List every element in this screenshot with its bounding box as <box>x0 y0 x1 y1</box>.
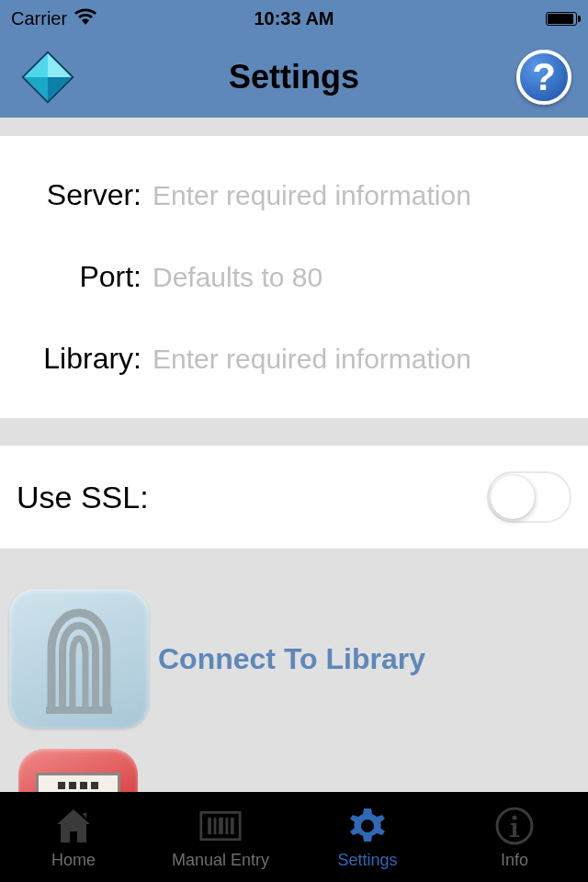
port-label: Port: <box>17 260 141 294</box>
tab-bar: Home Manual Entry Settings <box>0 792 588 882</box>
tab-home-label: Home <box>51 851 96 870</box>
barcode-app-icon[interactable] <box>18 749 138 795</box>
home-icon <box>52 805 95 847</box>
svg-point-14 <box>513 815 517 820</box>
info-icon <box>493 805 536 847</box>
tab-info[interactable]: Info <box>441 792 588 882</box>
ssl-toggle[interactable] <box>487 471 571 523</box>
server-config-section: Server: Port: Library: <box>0 136 588 418</box>
clock-label: 10:33 AM <box>254 8 334 29</box>
ssl-section: Use SSL: <box>0 446 588 548</box>
gear-icon <box>346 805 389 847</box>
status-bar: Carrier 10:33 AM <box>0 0 588 37</box>
svg-rect-6 <box>46 707 112 714</box>
app-logo-icon <box>17 46 79 108</box>
wifi-icon <box>74 8 96 29</box>
server-input[interactable] <box>153 180 571 211</box>
help-button[interactable]: ? <box>516 50 571 105</box>
connect-label: Connect To Library <box>158 642 425 676</box>
carrier-label: Carrier <box>11 8 67 29</box>
svg-rect-11 <box>226 817 229 833</box>
library-input[interactable] <box>153 344 571 375</box>
tab-manual-label: Manual Entry <box>172 851 269 870</box>
tab-settings-label: Settings <box>337 851 397 870</box>
ssl-label: Use SSL: <box>17 480 149 515</box>
battery-icon <box>546 12 577 26</box>
tab-manual-entry[interactable]: Manual Entry <box>147 792 294 882</box>
tab-home[interactable]: Home <box>0 792 147 882</box>
svg-marker-5 <box>48 77 72 101</box>
server-label: Server: <box>17 178 141 212</box>
port-input[interactable] <box>153 262 571 293</box>
nav-bar: Settings ? <box>0 37 588 118</box>
library-app-icon <box>9 589 149 729</box>
svg-rect-12 <box>231 817 234 833</box>
svg-rect-9 <box>214 817 217 833</box>
svg-rect-10 <box>219 817 223 833</box>
svg-rect-8 <box>208 817 211 833</box>
tab-settings[interactable]: Settings <box>294 792 441 882</box>
library-label: Library: <box>17 342 141 376</box>
connect-library-button[interactable]: Connect To Library <box>9 589 579 729</box>
page-title: Settings <box>229 58 359 96</box>
tab-info-label: Info <box>501 851 528 870</box>
barcode-icon <box>199 805 242 847</box>
